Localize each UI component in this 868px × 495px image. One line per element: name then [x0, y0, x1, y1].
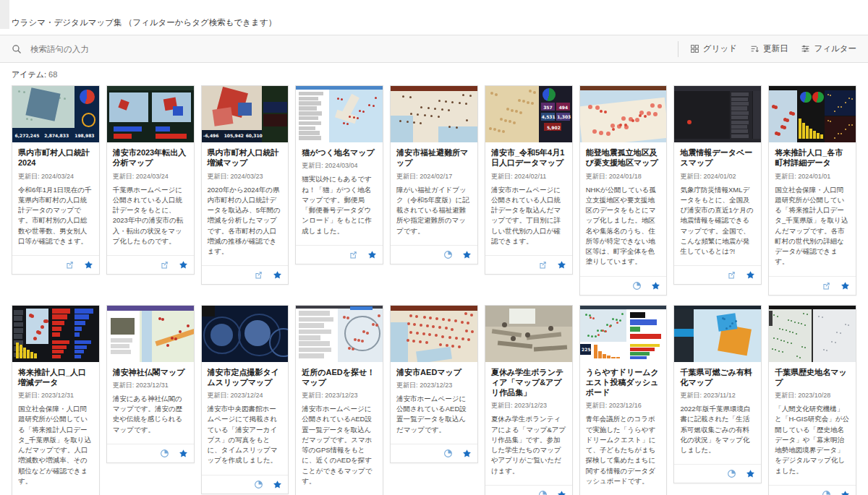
- card-title[interactable]: 県内市町村人口統計2024: [18, 147, 93, 168]
- card-thumbnail[interactable]: 3574944,5311,3035,902: [485, 86, 572, 142]
- search-bar: グリッド 更新日 フィルター: [0, 35, 868, 63]
- filter-button[interactable]: フィルター: [801, 43, 856, 54]
- open-app-icon[interactable]: [254, 480, 263, 489]
- launch-icon[interactable]: [160, 260, 169, 270]
- open-app-icon[interactable]: [443, 449, 453, 458]
- card-title[interactable]: うらやすドリームクエスト投稿ダッシュボード: [586, 367, 661, 398]
- launch-icon[interactable]: [822, 281, 831, 290]
- card-title[interactable]: 将来推計人口_各市町村詳細データ: [775, 147, 850, 168]
- map-card[interactable]: 能登地震孤立地区及び要支援地区マップ 更新日: 2024/01/18 NHKが公…: [579, 85, 668, 296]
- card-thumbnail[interactable]: [202, 306, 289, 362]
- map-card[interactable]: 将来推計人口_各市町村詳細データ 更新日: 2024/01/01 国立社会保障・…: [768, 85, 856, 296]
- card-thumbnail[interactable]: 225: [580, 306, 667, 362]
- card-body: 夏休み学生ボランティア「マップ&アプリ作品集」 更新日: 2023/12/23 …: [485, 362, 572, 481]
- search-input[interactable]: [29, 44, 671, 54]
- card-thumbnail[interactable]: [580, 86, 667, 142]
- card-desc: 浦安市ホームページに公開されているAED設置一覧データを取込んだマップです。スマ…: [302, 404, 377, 486]
- card-date-label: 更新日:: [586, 173, 608, 180]
- card-thumbnail[interactable]: [296, 306, 383, 362]
- card-title[interactable]: 浦安市福祉避難所マップ: [396, 147, 472, 168]
- favorite-star-icon[interactable]: [179, 260, 188, 270]
- card-thumbnail[interactable]: [107, 86, 194, 142]
- open-app-icon[interactable]: [822, 490, 831, 495]
- favorite-star-icon[interactable]: [367, 250, 377, 259]
- card-date-row: 更新日: 2024/02/11: [491, 172, 566, 181]
- favorite-star-icon[interactable]: [557, 490, 566, 495]
- open-app-icon[interactable]: [443, 250, 453, 259]
- card-footer: [769, 485, 856, 495]
- card-thumbnail[interactable]: [769, 86, 856, 142]
- map-card[interactable]: 千葉県可燃ごみ有料化マップ 更新日: 2023/11/12 2022年版千葉県環…: [673, 305, 762, 484]
- card-footer: [107, 255, 194, 274]
- map-card[interactable]: -6,496105,94260,310 県内市町村人口統計増減マップ 更新日: …: [201, 85, 289, 285]
- card-thumbnail[interactable]: [674, 306, 761, 362]
- map-card[interactable]: 6,272,2452,874,833198,983 県内市町村人口統計2024 …: [12, 85, 100, 275]
- card-thumbnail[interactable]: [296, 86, 383, 142]
- launch-icon[interactable]: [254, 270, 263, 280]
- card-footer: [107, 444, 194, 462]
- card-date-row: 更新日: 2023/12/23: [302, 391, 377, 400]
- card-title[interactable]: 地震情報データベースマップ: [680, 147, 755, 168]
- card-title[interactable]: 千葉県歴史地名マップ: [775, 367, 850, 388]
- card-thumbnail[interactable]: [674, 86, 761, 142]
- card-title[interactable]: 将来推計人口_人口増減データ: [18, 367, 93, 388]
- favorite-star-icon[interactable]: [462, 449, 472, 458]
- card-thumbnail[interactable]: [12, 306, 99, 362]
- map-card[interactable]: 225 うらやすドリームクエスト投稿ダッシュボード 更新日: 2023/12/1…: [579, 305, 668, 495]
- card-title[interactable]: 浦安市_令和5年4月1日人口データマップ: [491, 147, 566, 168]
- map-card[interactable]: 将来推計人口_人口増減データ 更新日: 2023/12/31 国立社会保障・人口…: [12, 305, 100, 495]
- card-thumbnail[interactable]: [485, 306, 572, 362]
- open-app-icon[interactable]: [727, 469, 736, 478]
- favorite-star-icon[interactable]: [462, 250, 472, 259]
- favorite-star-icon[interactable]: [273, 270, 282, 280]
- favorite-star-icon[interactable]: [651, 281, 660, 290]
- map-card[interactable]: 地震情報データベースマップ 更新日: 2024/01/02 気象庁防災情報XML…: [673, 85, 762, 285]
- favorite-star-icon[interactable]: [841, 490, 850, 495]
- grid-view-button[interactable]: グリッド: [690, 43, 737, 54]
- card-thumbnail[interactable]: [391, 306, 477, 362]
- card-title[interactable]: 近所のAEDを探せ！マップ: [302, 367, 377, 388]
- open-app-icon[interactable]: [632, 281, 642, 290]
- favorite-star-icon[interactable]: [273, 480, 282, 489]
- favorite-star-icon[interactable]: [179, 449, 188, 458]
- card-thumbnail[interactable]: [107, 306, 194, 362]
- launch-icon[interactable]: [727, 270, 736, 280]
- card-desc: 浦安にある神社仏閣のマップです。浦安の歴史や伝統を感じられるマップです。: [113, 394, 188, 435]
- launch-icon[interactable]: [65, 260, 75, 270]
- card-desc: 浦安市中央図書館ホームページにて掲載されている「浦安アーカイブス」の写真をもとに…: [208, 404, 283, 466]
- card-thumbnail[interactable]: 6,272,2452,874,833198,983: [12, 86, 99, 142]
- map-card[interactable]: 浦安市福祉避難所マップ 更新日: 2024/02/17 障がい福祉ガイドブック（…: [390, 85, 478, 264]
- favorite-star-icon[interactable]: [746, 469, 755, 478]
- card-title[interactable]: 浦安市2023年転出入分析マップ: [113, 147, 188, 168]
- map-card[interactable]: 猫がつく地名マップ 更新日: 2024/03/04 猫実以外にもあるですね！「猫…: [295, 85, 383, 264]
- sort-by-date-button[interactable]: 更新日: [750, 43, 788, 54]
- card-thumbnail[interactable]: -6,496105,94260,310: [202, 86, 289, 142]
- favorite-star-icon[interactable]: [84, 260, 93, 270]
- card-date: 2023/12/31: [136, 382, 169, 389]
- open-app-icon[interactable]: [160, 449, 169, 458]
- launch-icon[interactable]: [349, 250, 358, 259]
- map-card[interactable]: 浦安市定点撮影タイムスリップマップ 更新日: 2023/12/24 浦安市中央図…: [201, 305, 289, 494]
- card-thumbnail[interactable]: [391, 86, 477, 142]
- map-card[interactable]: 夏休み学生ボランティア「マップ&アプリ作品集」 更新日: 2023/12/23 …: [485, 305, 573, 495]
- launch-icon[interactable]: [538, 260, 548, 270]
- map-card[interactable]: 浦安市AEDマップ 更新日: 2023/12/23 浦安市ホームページに公開され…: [390, 305, 478, 463]
- favorite-star-icon[interactable]: [746, 270, 755, 280]
- map-card[interactable]: 3574944,5311,3035,902 浦安市_令和5年4月1日人口データマ…: [485, 85, 573, 275]
- open-app-icon[interactable]: [538, 490, 548, 495]
- card-title[interactable]: 猫がつく地名マップ: [302, 147, 377, 158]
- map-card[interactable]: 浦安市2023年転出入分析マップ 更新日: 2024/03/24 千葉県ホームペ…: [106, 85, 195, 275]
- card-title[interactable]: 浦安市定点撮影タイムスリップマップ: [208, 367, 283, 388]
- card-title[interactable]: 千葉県可燃ごみ有料化マップ: [680, 367, 755, 388]
- map-card[interactable]: 浦安神社仏閣マップ 更新日: 2023/12/31 浦安にある神社仏閣のマップで…: [106, 305, 195, 463]
- card-title[interactable]: 浦安市AEDマップ: [396, 367, 472, 377]
- favorite-star-icon[interactable]: [557, 260, 566, 270]
- favorite-star-icon[interactable]: [841, 281, 850, 290]
- card-title[interactable]: 能登地震孤立地区及び要支援地区マップ: [586, 147, 661, 168]
- card-title[interactable]: 県内市町村人口統計増減マップ: [208, 147, 283, 168]
- card-title[interactable]: 夏休み学生ボランティア「マップ&アプリ作品集」: [491, 367, 566, 398]
- card-thumbnail[interactable]: [769, 306, 856, 362]
- card-title[interactable]: 浦安神社仏閣マップ: [113, 367, 188, 377]
- map-card[interactable]: 近所のAEDを探せ！マップ 更新日: 2023/12/23 浦安市ホームページに…: [295, 305, 383, 495]
- map-card[interactable]: 千葉県歴史地名マップ 更新日: 2023/10/28 「人間文化研究機構」と「H…: [768, 305, 856, 495]
